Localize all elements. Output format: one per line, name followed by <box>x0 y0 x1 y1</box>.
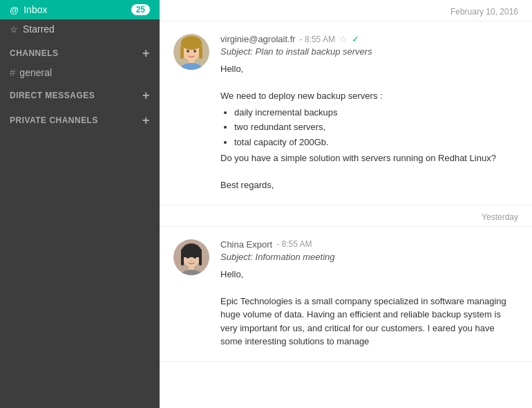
inbox-icon: @ <box>10 5 19 15</box>
star-icon: ☆ <box>10 24 18 35</box>
sidebar-item-inbox[interactable]: @ Inbox 25 <box>0 0 160 19</box>
date-divider-1: February 10, 2016 <box>160 0 532 21</box>
message-body-1: virginie@agrolait.fr - 8:55 AM ☆ ✓ Subje… <box>220 34 518 192</box>
message-text-1: Hello, We need to deploy new backup serv… <box>220 62 518 192</box>
message-greeting-1: Hello, <box>220 62 518 76</box>
message-question-1: Do you have a simple solution with serve… <box>220 151 518 165</box>
sidebar-item-starred[interactable]: ☆ Starred <box>0 19 160 39</box>
svg-rect-5 <box>199 46 202 59</box>
message-greeting-2: Hello, <box>220 268 518 281</box>
private-channels-section-header: PRIVATE CHANNELS + <box>0 106 160 131</box>
svg-rect-14 <box>181 252 184 266</box>
message-meta-1: virginie@agrolait.fr - 8:55 AM ☆ ✓ <box>220 34 518 44</box>
avatar-2 <box>173 239 209 275</box>
list-item-1-1: two redundant servers, <box>234 120 518 134</box>
message-subject-1: Subject: Plan to install backup servers <box>220 46 518 57</box>
direct-messages-add-button[interactable]: + <box>142 89 150 102</box>
sidebar-channel-general[interactable]: # general <box>0 64 160 81</box>
date-divider-2: Yesterday <box>160 205 532 227</box>
svg-point-16 <box>187 256 190 259</box>
list-item-1-0: daily incremental backups <box>234 106 518 120</box>
channels-add-button[interactable]: + <box>142 47 150 59</box>
message-closing-1: Best regards, <box>220 178 518 192</box>
svg-point-3 <box>181 36 202 50</box>
direct-messages-section-header: DIRECT MESSAGES + <box>0 81 160 106</box>
avatar-1 <box>173 34 209 70</box>
svg-rect-15 <box>199 252 202 266</box>
message-item-1: virginie@agrolait.fr - 8:55 AM ☆ ✓ Subje… <box>160 21 532 205</box>
message-list-1: daily incremental backups two redundant … <box>234 106 518 149</box>
sidebar-item-starred-label: Starred <box>23 24 55 35</box>
message-item-2: China Export - 8:55 AM Subject: Informat… <box>160 227 532 362</box>
inbox-badge: 25 <box>131 4 150 15</box>
star-meta-icon-1[interactable]: ☆ <box>339 34 348 44</box>
private-channels-label: PRIVATE CHANNELS <box>10 115 98 125</box>
hash-icon: # <box>10 66 15 78</box>
date-label-1: February 10, 2016 <box>450 7 518 17</box>
sidebar: @ Inbox 25 ☆ Starred CHANNELS + # genera… <box>0 0 160 408</box>
svg-point-6 <box>187 50 189 53</box>
sidebar-item-inbox-label: Inbox <box>23 4 47 15</box>
message-text-2: Hello, Epic Technologies is a small comp… <box>220 268 518 349</box>
check-meta-icon-1[interactable]: ✓ <box>352 34 359 44</box>
svg-rect-4 <box>180 46 184 59</box>
svg-point-7 <box>193 50 196 53</box>
svg-point-17 <box>193 256 197 259</box>
message-meta-2: China Export - 8:55 AM <box>220 239 518 250</box>
svg-rect-13 <box>181 249 202 257</box>
main-content: February 10, 2016 <box>160 0 532 408</box>
message-body-text-2: Epic Technologies is a small company spe… <box>220 295 518 349</box>
channel-general-label: general <box>19 67 52 78</box>
svg-rect-19 <box>189 266 194 270</box>
message-subject-2: Subject: Information meeting <box>220 252 518 262</box>
message-time-2: - 8:55 AM <box>276 239 312 249</box>
message-sender-2: China Export <box>220 239 272 250</box>
private-channels-add-button[interactable]: + <box>142 114 150 127</box>
message-intro-1: We need to deploy new backup servers : <box>220 89 518 103</box>
date-label-2: Yesterday <box>482 212 518 222</box>
channels-section-header: CHANNELS + <box>0 39 160 64</box>
list-item-1-2: total capacity of 200Gb. <box>234 136 518 149</box>
message-time-1: - 8:55 AM <box>300 35 335 44</box>
message-body-2: China Export - 8:55 AM Subject: Informat… <box>220 239 518 349</box>
direct-messages-label: DIRECT MESSAGES <box>10 91 95 100</box>
channels-label: CHANNELS <box>10 48 59 58</box>
message-sender-1: virginie@agrolait.fr <box>220 34 296 44</box>
svg-point-18 <box>191 260 193 261</box>
